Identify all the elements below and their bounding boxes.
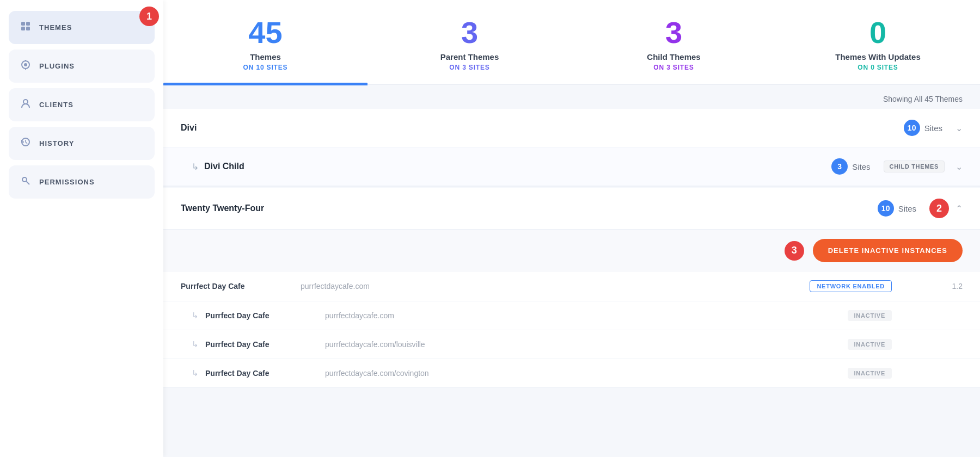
stats-row: 45 Themes ON 10 SITES 3 Parent Themes ON… (163, 0, 980, 85)
theme-group-divi: Divi 10 Sites ⌄ ↳ Divi Child 3 Sites CHI… (163, 109, 980, 187)
site-row-2[interactable]: ↳ Purrfect Day Cafe purrfectdaycafe.com … (163, 301, 980, 330)
divi-chevron-icon[interactable]: ⌄ (955, 123, 963, 133)
stat-all-themes[interactable]: 45 Themes ON 10 SITES (163, 0, 367, 84)
sidebar-item-permissions-label: PERMISSIONS (39, 178, 95, 186)
site-name-2: Purrfect Day Cafe (205, 311, 325, 320)
site-url-1: purrfectdaycafe.com (301, 282, 810, 291)
theme-name-tt4: Twenty Twenty-Four (181, 203, 878, 213)
stat-themes-updates-label: Themes With Updates (835, 52, 921, 61)
stat-parent-themes-label: Parent Themes (440, 52, 499, 61)
main-content: 45 Themes ON 10 SITES 3 Parent Themes ON… (163, 0, 980, 457)
stat-themes-updates-sub: ON 0 SITES (857, 64, 898, 71)
site-name-1: Purrfect Day Cafe (181, 282, 301, 291)
expanded-header: 3 DELETE INACTIVE INSTANCES (163, 230, 980, 271)
sidebar-item-plugins-label: PLUGINS (39, 62, 75, 70)
themes-badge: 1 (139, 7, 159, 26)
stat-parent-themes-sub: ON 3 SITES (449, 64, 489, 71)
svg-line-10 (26, 181, 29, 184)
stat-themes-updates[interactable]: 0 Themes With Updates ON 0 SITES (776, 0, 980, 84)
step3-badge: 3 (785, 241, 804, 261)
divi-child-sites-label: Sites (852, 162, 870, 171)
stat-child-themes-number: 3 (665, 17, 682, 48)
active-tab-indicator (163, 83, 367, 84)
sidebar-item-themes-label: THEMES (39, 23, 72, 32)
sidebar-item-plugins[interactable]: PLUGINS (9, 50, 155, 83)
site-row-3[interactable]: ↳ Purrfect Day Cafe purrfectdaycafe.com/… (163, 330, 980, 359)
theme-row-divi-child[interactable]: ↳ Divi Child 3 Sites CHILD THEMES ⌄ (163, 147, 980, 186)
divi-child-sites-count: 3 (831, 158, 848, 175)
site-indent-icon-2: ↳ (192, 311, 199, 320)
theme-group-tt4: Twenty Twenty-Four 10 Sites 2 ⌃ 3 DELETE… (163, 188, 980, 388)
site-indent-icon-4: ↳ (192, 368, 199, 378)
svg-point-8 (23, 100, 28, 104)
site-version-1: 1.2 (935, 282, 963, 291)
site-row-4[interactable]: ↳ Purrfect Day Cafe purrfectdaycafe.com/… (163, 359, 980, 387)
site-row-1[interactable]: Purrfect Day Cafe purrfectdaycafe.com NE… (163, 271, 980, 301)
theme-row-divi[interactable]: Divi 10 Sites ⌄ (163, 109, 980, 147)
site-tag-network: NETWORK ENABLED (810, 280, 892, 292)
theme-row-tt4[interactable]: Twenty Twenty-Four 10 Sites 2 ⌃ (163, 188, 980, 230)
site-tag-inactive-2: INACTIVE (848, 310, 892, 321)
sidebar: THEMES 1 PLUGINS CLIENTS (0, 0, 163, 457)
divi-sites-label: Sites (924, 123, 942, 133)
stat-all-themes-label: Themes (250, 52, 281, 61)
sidebar-item-history[interactable]: HISTORY (9, 127, 155, 160)
stat-child-themes-sub: ON 3 SITES (653, 64, 694, 71)
history-icon (20, 137, 32, 150)
svg-rect-3 (26, 27, 30, 30)
tt4-sites-badge: 10 Sites (878, 200, 916, 217)
svg-point-5 (24, 63, 27, 66)
tt4-chevron-icon[interactable]: ⌃ (955, 203, 963, 214)
stat-all-themes-sub: ON 10 SITES (243, 64, 288, 71)
tt4-expanded: 3 DELETE INACTIVE INSTANCES Purrfect Day… (163, 230, 980, 387)
theme-name-divi-child: Divi Child (204, 162, 831, 171)
indent-arrow-icon: ↳ (192, 162, 199, 172)
svg-rect-2 (21, 27, 25, 30)
stat-themes-updates-number: 0 (869, 17, 886, 48)
site-url-2: purrfectdaycafe.com (325, 311, 848, 320)
stat-parent-themes[interactable]: 3 Parent Themes ON 3 SITES (367, 0, 572, 84)
site-name-4: Purrfect Day Cafe (205, 369, 325, 378)
svg-point-9 (22, 177, 27, 182)
divi-child-indent: ↳ Divi Child (192, 162, 831, 172)
child-themes-tag: CHILD THEMES (884, 160, 945, 172)
sidebar-item-history-label: HISTORY (39, 139, 74, 147)
svg-rect-1 (26, 22, 30, 26)
themes-content: Showing All 45 Themes Divi 10 Sites ⌄ ↳ … (163, 85, 980, 457)
sidebar-item-clients-label: CLIENTS (39, 101, 74, 109)
divi-child-chevron-icon[interactable]: ⌄ (955, 162, 963, 172)
sidebar-item-clients[interactable]: CLIENTS (9, 88, 155, 121)
delete-inactive-button[interactable]: DELETE INACTIVE INSTANCES (813, 239, 963, 262)
tt4-sites-label: Sites (898, 204, 916, 213)
stat-parent-themes-number: 3 (461, 17, 478, 48)
svg-rect-0 (21, 22, 25, 26)
divi-sites-badge: 10 Sites (904, 120, 942, 136)
stat-all-themes-number: 45 (248, 17, 282, 48)
permissions-icon (20, 175, 32, 189)
divi-sites-count: 10 (904, 120, 920, 136)
sidebar-item-permissions[interactable]: PERMISSIONS (9, 165, 155, 199)
site-indent-icon-3: ↳ (192, 339, 199, 349)
showing-label: Showing All 45 Themes (163, 85, 980, 109)
site-url-4: purrfectdaycafe.com/covington (325, 369, 848, 378)
stat-child-themes-label: Child Themes (647, 52, 700, 61)
site-tag-inactive-3: INACTIVE (848, 339, 892, 350)
stat-child-themes[interactable]: 3 Child Themes ON 3 SITES (572, 0, 776, 84)
site-tag-inactive-4: INACTIVE (848, 368, 892, 379)
sidebar-item-themes[interactable]: THEMES 1 (9, 11, 155, 44)
clients-icon (20, 98, 32, 112)
site-url-3: purrfectdaycafe.com/louisville (325, 340, 848, 349)
site-name-3: Purrfect Day Cafe (205, 340, 325, 349)
divi-child-sites-badge: 3 Sites (831, 158, 870, 175)
themes-icon (20, 21, 32, 34)
theme-name-divi: Divi (181, 123, 904, 133)
step2-badge: 2 (929, 199, 949, 218)
tt4-sites-count: 10 (878, 200, 894, 217)
plugins-icon (20, 59, 32, 73)
